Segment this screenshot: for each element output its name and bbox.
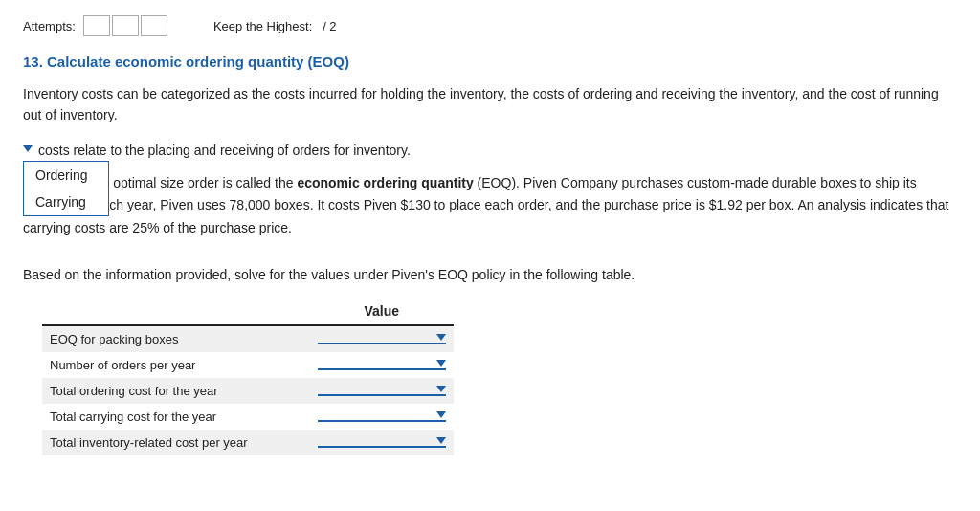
row-label-3: Total carrying cost for the year [42,404,310,430]
row-value-1[interactable] [310,352,455,378]
value-arrow-icon-1[interactable] [436,360,446,367]
row-value-4[interactable] [310,430,455,455]
dropdown-suffix-text: costs relate to the placing and receivin… [38,140,411,163]
table-row: Number of orders per year [42,352,454,378]
eoq-table: Value EOQ for packing boxesNumber of ord… [42,300,454,455]
value-arrow-icon-2[interactable] [436,386,446,392]
row-label-1: Number of orders per year [42,352,310,378]
value-dropdown-0[interactable] [318,334,447,344]
value-arrow-icon-4[interactable] [436,437,446,444]
row-value-0[interactable] [310,325,455,352]
table-intro: Based on the information provided, solve… [23,267,957,282]
attempts-row: Attempts: Keep the Highest: / 2 [23,15,957,36]
row-value-2[interactable] [310,378,455,404]
dropdown-row: Ordering Carrying costs relate to the pl… [23,140,957,163]
row-label-2: Total ordering cost for the year [42,378,310,404]
keep-highest: Keep the Highest: / 2 [213,19,337,33]
table-row: Total carrying cost for the year [42,404,454,430]
costs-dropdown-menu[interactable]: Ordering Carrying [23,161,109,216]
value-arrow-icon-3[interactable] [436,411,446,418]
eoq-bold: economic ordering quantity [297,175,473,190]
attempt-box-1 [83,15,110,36]
body-paragraph-1: Inventory costs can be categorized as th… [23,83,957,126]
col-header-value: Value [310,300,455,325]
table-row: Total inventory-related cost per year [42,430,454,455]
attempt-boxes [83,15,167,36]
value-arrow-icon-0[interactable] [436,334,446,341]
value-dropdown-4[interactable] [318,437,447,448]
col-header-label [42,300,310,325]
table-row: Total ordering cost for the year [42,378,454,404]
attempts-label: Attempts: [23,19,76,33]
value-dropdown-1[interactable] [318,360,447,370]
row-value-3[interactable] [310,404,455,430]
attempt-box-3 [141,15,167,36]
question-title: 13. Calculate economic ordering quantity… [23,54,957,70]
dropdown-option-carrying[interactable]: Carrying [24,189,108,215]
value-dropdown-2[interactable] [318,386,447,396]
table-row: EOQ for packing boxes [42,325,454,352]
dropdown-arrow-icon [23,145,33,152]
attempt-box-2 [112,15,139,36]
row-label-0: EOQ for packing boxes [42,325,310,352]
costs-dropdown-trigger[interactable] [23,145,33,152]
value-dropdown-3[interactable] [318,411,447,422]
table-section: Based on the information provided, solve… [23,267,957,455]
dropdown-option-ordering[interactable]: Ordering [24,162,108,189]
eoq-paragraph: Tof units in the optimal size order is c… [23,172,957,240]
eoq-abbr: (EOQ). [474,175,520,190]
costs-dropdown-wrapper[interactable]: Ordering Carrying [23,140,33,155]
row-label-4: Total inventory-related cost per year [42,430,310,455]
